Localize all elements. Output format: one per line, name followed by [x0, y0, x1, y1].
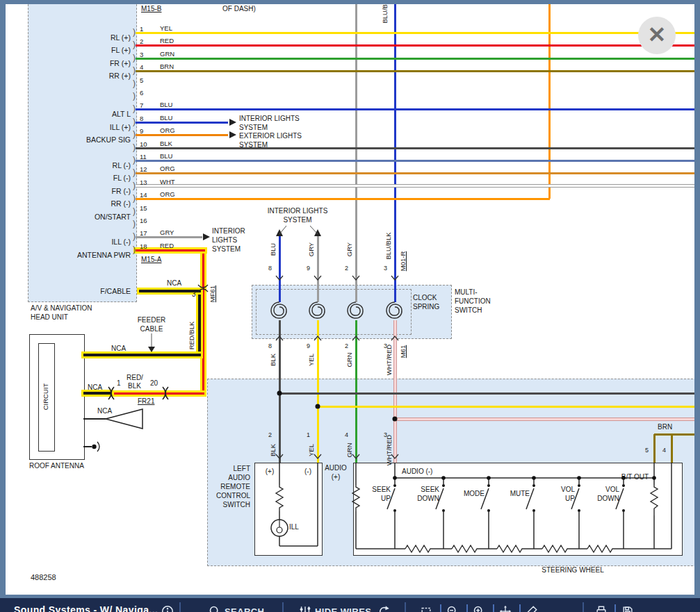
m01r-pin-2: 2	[345, 264, 348, 272]
wire-pin8-blu[interactable]	[136, 122, 228, 124]
connector-m15b-label: M15-B	[141, 5, 161, 13]
wire-antenna-nca-highlighted[interactable]	[83, 392, 111, 395]
wire-fcable-highlighted[interactable]	[139, 290, 201, 292]
wire-redblk-vertical-highlighted[interactable]	[202, 250, 204, 394]
fr21-name: FR21	[138, 397, 154, 406]
m01r-pin-8: 8	[268, 264, 272, 272]
steering-wheel-label: STEERING WHEEL	[531, 566, 614, 574]
fr21-wire-2: BLK	[128, 382, 141, 390]
wire-pin11-blu[interactable]	[136, 160, 694, 162]
fr21-wire-1: RED/	[127, 374, 143, 382]
wire-brn-steering[interactable]	[654, 433, 694, 436]
highlighter-icon	[526, 605, 538, 612]
box-select-button[interactable]	[420, 605, 432, 612]
pan-button[interactable]	[499, 605, 512, 612]
save-button[interactable]	[621, 605, 634, 612]
roof-antenna-label: ROOF ANTENNA	[29, 462, 84, 470]
m61-pin-9: 9	[307, 342, 310, 350]
wire-redblk-fr21-highlighted[interactable]	[114, 392, 204, 395]
hide-wires-label[interactable]: HIDE WIRES	[315, 606, 371, 612]
wire-gry-vertical[interactable]	[355, 4, 357, 302]
wire-pin13-wht[interactable]	[136, 184, 694, 188]
antenna-symbol-icon	[83, 409, 143, 429]
search-button[interactable]	[209, 605, 221, 612]
toolbar-mini-separator	[519, 604, 521, 612]
pin-number: 5	[140, 76, 151, 85]
m01r-color-8: BLU	[269, 208, 277, 291]
wire-pin4-brn[interactable]	[136, 70, 694, 72]
info-button[interactable]	[161, 605, 174, 612]
fr21-pin-1: 1	[117, 379, 121, 388]
nca-label-antenna: NCA	[97, 407, 112, 415]
m01r-color-3: BLU/BLK	[384, 204, 393, 288]
toolbar-separator	[405, 602, 406, 612]
system-ref-arrow-icons	[203, 119, 321, 240]
pin-number: 6	[140, 89, 151, 97]
wire-whtred-down[interactable]	[393, 320, 397, 463]
wire-brn-pin4[interactable]	[671, 434, 673, 463]
close-button[interactable]: ✕	[638, 17, 676, 54]
wire-pin18-red-highlighted[interactable]	[136, 249, 205, 251]
ref-interior-lights-b2: LIGHTS	[212, 236, 237, 245]
roof-antenna-box	[29, 334, 85, 460]
search-label[interactable]: SEARCH	[225, 606, 264, 612]
wire-blu-clockspring[interactable]	[279, 236, 281, 302]
feeder-arrowhead-icon	[148, 347, 155, 352]
ref-exterior-lights-1: EXTERIOR LIGHTS	[239, 132, 302, 140]
wire-brn-pin5[interactable]	[653, 434, 656, 463]
wire-blublk-vertical[interactable]	[394, 4, 396, 302]
wire-yel-down[interactable]	[317, 320, 319, 463]
fr21-pin-20: 20	[150, 379, 158, 388]
wire-fcable-vertical-highlighted[interactable]	[198, 290, 201, 355]
wire-grn-down[interactable]	[355, 320, 357, 463]
left-audio-switch-box	[254, 463, 323, 556]
nca-label-fr21: NCA	[88, 383, 102, 392]
wire-pin12-org[interactable]	[136, 172, 694, 174]
wire-pin10-blk[interactable]	[136, 147, 694, 149]
diagram-title: Sound Systems - W/ Naviga...	[14, 604, 158, 612]
diagram-canvas: M15-B OF DASH) BLU/BLK M15-A ) ) ) ) ) )…	[6, 4, 694, 595]
hide-wires-button[interactable]	[299, 605, 311, 612]
app-window: { "glyphs": {"pin_bracket": ")", "close"…	[0, 0, 700, 612]
wire-pin1-yel[interactable]	[136, 32, 694, 34]
wire-feeder-cable-highlighted[interactable]	[83, 354, 201, 356]
toolbar-mini-separator	[466, 604, 468, 612]
toolbar-separator	[282, 602, 284, 612]
highlighter-button[interactable]	[526, 605, 538, 612]
wire-blk-down[interactable]	[279, 320, 281, 463]
toolbar-mini-separator	[614, 604, 616, 612]
wire-pin3-grn[interactable]	[136, 58, 694, 60]
zoom-in-button[interactable]	[473, 605, 485, 612]
wire-pin7-blu[interactable]	[136, 108, 694, 110]
zoom-out-button[interactable]	[446, 605, 459, 612]
print-button[interactable]	[595, 605, 608, 612]
toolbar-separator	[583, 602, 584, 612]
hide-wires-icon	[299, 605, 311, 612]
m01r-color-9: GRY	[307, 208, 316, 291]
antenna-circuit-box	[38, 343, 55, 452]
mfs-label-1: MULTI-	[455, 288, 478, 297]
head-unit-title-1: A/V & NAVIGATION	[31, 304, 92, 313]
location-label-cut: OF DASH)	[222, 5, 256, 13]
bottom-toolbar: Sound Systems - W/ Naviga... SEARCH HIDE…	[0, 598, 700, 612]
wire-pin17-gry[interactable]	[136, 236, 202, 238]
wire-pin14-org[interactable]	[136, 198, 550, 200]
toolbar-mini-separator	[440, 604, 441, 612]
wire-pin2-red[interactable]	[136, 44, 694, 47]
save-icon	[621, 605, 634, 612]
zoom-in-icon	[473, 605, 485, 612]
ref-interior-lights-b3: SYSTEM	[212, 245, 241, 254]
printer-icon	[595, 605, 608, 612]
wire-blk-steering[interactable]	[279, 392, 694, 395]
wire-gry-clockspring[interactable]	[317, 236, 319, 302]
figure-number: 488258	[31, 573, 56, 581]
ref-interior-lights-1: INTERIOR LIGHTS	[239, 115, 300, 123]
undo-icon	[378, 605, 391, 612]
wire-yel-steering[interactable]	[318, 406, 694, 408]
wire-whtred-steering[interactable]	[395, 417, 694, 421]
switch-assembly-box	[353, 463, 683, 556]
toolbar-separator	[179, 602, 181, 612]
undo-button[interactable]	[378, 605, 391, 612]
wire-pin9-org[interactable]	[136, 134, 228, 136]
feeder-cable-label-1: FEEDER	[131, 316, 172, 324]
